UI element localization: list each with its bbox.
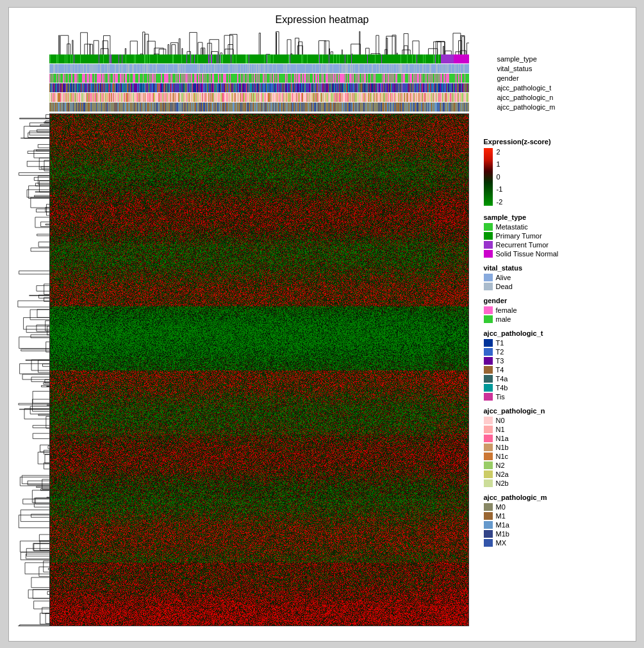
label-ajcc-t: ajcc_pathologic_t — [497, 83, 555, 92]
vital-status-legend: vital_status Alive Dead — [484, 264, 626, 290]
legend-color-n1 — [484, 426, 493, 433]
legend-color-mx — [484, 539, 493, 547]
legend-item-n1a: N1a — [484, 435, 626, 442]
legend-item-t4a: T4a — [484, 375, 626, 383]
legend-color-t4b — [484, 384, 493, 392]
ajcc-t-legend-title: ajcc_pathologic_t — [484, 329, 626, 337]
legend-item-metastatic: Metastatic — [484, 223, 626, 231]
legend-color-m1 — [484, 512, 493, 520]
legend-color-t4 — [484, 366, 493, 374]
legend-item-solid: Solid Tissue Normal — [484, 250, 626, 258]
legend-color-recurrent — [484, 241, 493, 249]
legend-color-dead — [484, 283, 493, 290]
sample-type-legend-title: sample_type — [484, 213, 626, 221]
legend-item-n2: N2 — [484, 461, 626, 469]
ajcc-t-legend: ajcc_pathologic_t T1 T2 T3 T4 — [484, 329, 626, 401]
ajcc-n-legend: ajcc_pathologic_n N0 N1 N1a N1b — [484, 407, 626, 487]
legend-color-n1b — [484, 444, 493, 451]
legend-item-alive: Alive — [484, 274, 626, 281]
legend-color-primary — [484, 232, 493, 240]
legend-color-male — [484, 315, 493, 323]
legend-color-n0 — [484, 417, 493, 424]
expr-label-2: 2 — [497, 148, 503, 156]
legend-color-n1c — [484, 453, 493, 460]
legend-color-alive — [484, 274, 493, 281]
legend-color-metastatic — [484, 223, 493, 231]
legend-item-t1: T1 — [484, 339, 626, 347]
main-container: Expression heatmap — [8, 7, 636, 642]
legend-item-m0: M0 — [484, 503, 626, 511]
legend-color-solid — [484, 250, 493, 258]
legend-item-n2b: N2b — [484, 479, 626, 487]
ajcc-m-legend-title: ajcc_pathologic_m — [484, 494, 626, 501]
legend-item-primary: Primary Tumor — [484, 232, 626, 240]
legend-item-m1a: M1a — [484, 521, 626, 529]
legend-item-n1: N1 — [484, 426, 626, 433]
legend-color-n2 — [484, 461, 493, 469]
legend-color-m0 — [484, 503, 493, 511]
legend-color-n2a — [484, 470, 493, 478]
label-sample-type: sample_type — [497, 54, 555, 63]
legend-item-t3: T3 — [484, 357, 626, 365]
ajcc-m-legend: ajcc_pathologic_m M0 M1 M1a M1b — [484, 494, 626, 547]
annotation-bar-ajcc-m — [49, 103, 469, 112]
legend-item-dead: Dead — [484, 283, 626, 290]
expr-label-neg1: -1 — [497, 185, 503, 193]
legend-item-m1b: M1b — [484, 530, 626, 538]
legend-color-m1a — [484, 521, 493, 529]
annotation-bar-vital-status — [49, 64, 469, 73]
legend-color-tis — [484, 393, 493, 401]
legend-item-t4: T4 — [484, 366, 626, 374]
legend-item-m1: M1 — [484, 512, 626, 520]
expression-legend-title: Expression(z-score) — [484, 138, 626, 145]
legend-color-female — [484, 306, 493, 314]
expr-label-0: 0 — [497, 173, 503, 181]
top-dendrogram — [49, 29, 469, 54]
expr-label-1: 1 — [497, 160, 503, 168]
legend-item-male: male — [484, 315, 626, 323]
sample-type-legend: sample_type Metastatic Primary Tumor Rec… — [484, 213, 626, 258]
left-dendrogram — [14, 113, 49, 626]
heatmap-body — [49, 113, 469, 626]
legend-item-t2: T2 — [484, 348, 626, 356]
legend-color-t3 — [484, 357, 493, 365]
gender-legend-title: gender — [484, 297, 626, 304]
label-vital-status: vital_status — [497, 64, 555, 73]
label-gender: gender — [497, 74, 555, 83]
annotation-bar-sample-type — [49, 54, 469, 63]
legend-color-t2 — [484, 348, 493, 356]
annotation-bar-ajcc-n — [49, 93, 469, 102]
gender-legend: gender female male — [484, 297, 626, 323]
label-ajcc-m: ajcc_pathologic_m — [497, 103, 555, 112]
legend-color-t1 — [484, 339, 493, 347]
legend-color-t4a — [484, 375, 493, 383]
vital-status-legend-title: vital_status — [484, 264, 626, 272]
annotation-bar-ajcc-t — [49, 83, 469, 92]
legend-color-m1b — [484, 530, 493, 538]
legend-color-n1a — [484, 435, 493, 442]
legend-item-mx: MX — [484, 539, 626, 547]
legend-color-n2b — [484, 479, 493, 487]
legend-item-n0: N0 — [484, 417, 626, 424]
legend-item-n2a: N2a — [484, 470, 626, 478]
legend-item-n1b: N1b — [484, 444, 626, 451]
chart-title: Expression heatmap — [9, 8, 636, 29]
legend-item-recurrent: Recurrent Tumor — [484, 241, 626, 249]
legend-item-n1c: N1c — [484, 453, 626, 460]
legend-item-t4b: T4b — [484, 384, 626, 392]
legend-item-female: female — [484, 306, 626, 314]
expression-legend: Expression(z-score) 2 1 0 -1 -2 — [484, 138, 626, 206]
ajcc-n-legend-title: ajcc_pathologic_n — [484, 407, 626, 415]
annotation-bar-gender — [49, 74, 469, 83]
legend-item-tis: Tis — [484, 393, 626, 401]
label-ajcc-n: ajcc_pathologic_n — [497, 93, 555, 102]
expr-label-neg2: -2 — [497, 198, 503, 206]
